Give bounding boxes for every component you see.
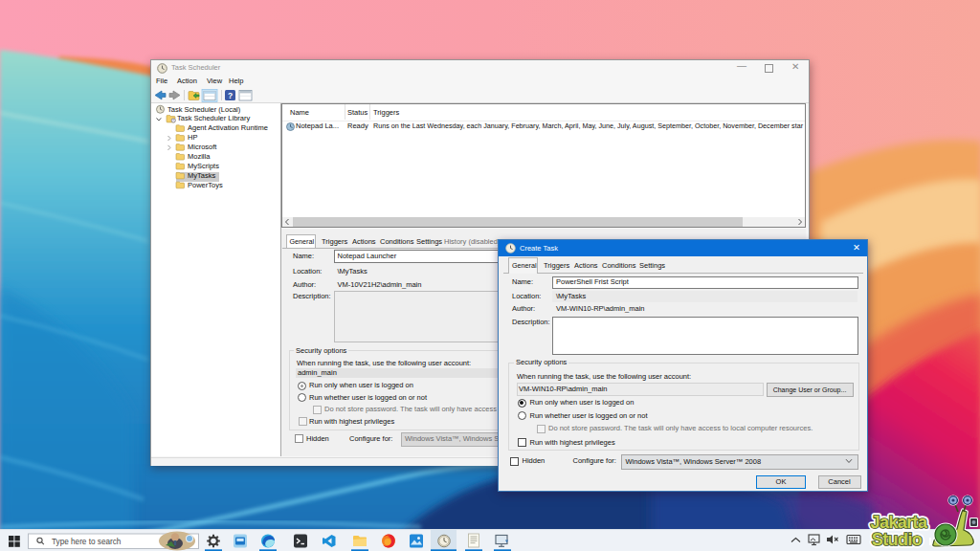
svg-text:?: ? bbox=[228, 91, 233, 100]
svg-text:Jakarta: Jakarta bbox=[871, 513, 928, 532]
svg-text:Type here to search: Type here to search bbox=[52, 538, 122, 546]
svg-text:Studio: Studio bbox=[872, 530, 923, 549]
